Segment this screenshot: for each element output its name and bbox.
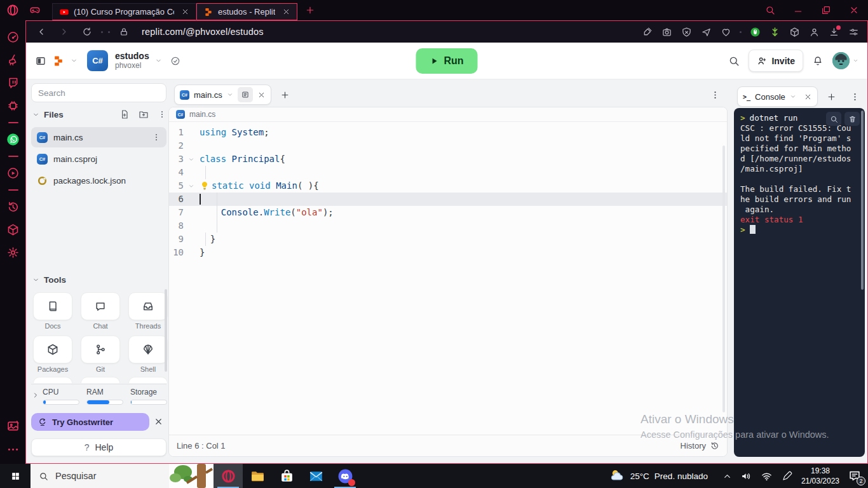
settings-icon[interactable] [6, 246, 20, 259]
tool-docs[interactable]: Docs [33, 292, 72, 330]
chevron-down-icon[interactable] [71, 57, 78, 64]
code-line[interactable]: 1using System; [169, 126, 727, 139]
code-line[interactable]: 9 } [169, 233, 727, 246]
wifi-icon[interactable] [761, 470, 773, 482]
history-icon[interactable] [6, 200, 20, 214]
scrollbar[interactable] [165, 289, 167, 372]
pen-icon[interactable] [781, 470, 793, 482]
browser-tab[interactable]: estudos - Replit [196, 3, 297, 20]
tab-close-icon[interactable] [282, 8, 290, 16]
taskbar-app-discord[interactable] [330, 464, 360, 488]
scrollbar[interactable] [722, 146, 725, 412]
taskbar-app-mail[interactable] [301, 464, 330, 488]
chevron-right-icon[interactable] [32, 391, 39, 399]
add-file-icon[interactable] [119, 109, 130, 119]
opera-menu-icon[interactable] [6, 4, 19, 17]
run-button[interactable]: Run [416, 48, 478, 74]
more-icon[interactable] [6, 443, 20, 456]
tab-close-icon[interactable] [181, 8, 189, 16]
start-button[interactable] [0, 464, 31, 488]
code-line[interactable]: 5static void Main( ){ [169, 179, 727, 193]
history-button[interactable]: History [681, 441, 719, 451]
code-line[interactable]: 2 [169, 139, 727, 152]
fold-chevron-icon[interactable] [188, 183, 194, 189]
notification-center-button[interactable]: 2 [848, 469, 863, 483]
new-tab-button[interactable] [305, 5, 315, 15]
snapshot-icon[interactable] [6, 419, 20, 433]
taskbar-app-explorer[interactable] [243, 464, 272, 488]
chevron-down-icon[interactable] [853, 58, 858, 64]
close-icon[interactable] [154, 417, 163, 426]
tool-shell[interactable]: Shell [128, 336, 168, 373]
close-icon[interactable] [804, 93, 812, 101]
kebab-menu-icon[interactable] [152, 133, 161, 142]
tools-section-header[interactable]: Tools [32, 275, 166, 285]
meter-ram[interactable]: RAM [86, 388, 123, 405]
plus-icon[interactable] [827, 92, 836, 102]
editor-tab-maincs[interactable]: C# main.cs [174, 85, 271, 105]
url[interactable]: replit.com/@phvoxel/estudos [142, 27, 264, 37]
tool-packages[interactable]: Packages [33, 336, 72, 373]
code-line[interactable]: 3class Principal{ [169, 152, 727, 166]
chevron-down-icon[interactable] [790, 93, 796, 100]
search-input[interactable] [31, 83, 166, 102]
replit-logo-icon[interactable] [52, 55, 65, 67]
kebab-menu-icon[interactable] [850, 92, 860, 102]
clock[interactable]: 19:38 21/03/2023 [801, 466, 839, 486]
boost-extension-icon[interactable] [770, 27, 780, 37]
window-minimize-button[interactable] [793, 5, 803, 15]
taskbar-search[interactable] [31, 464, 214, 488]
chevron-down-icon[interactable] [227, 92, 233, 98]
file-row-main.cs[interactable]: C#main.cs [31, 127, 166, 147]
close-icon[interactable] [257, 91, 266, 99]
fold-column[interactable] [188, 152, 197, 166]
code-line[interactable]: 6 [169, 193, 727, 206]
taskbar-search-input[interactable] [54, 470, 149, 482]
code-line[interactable]: 10} [169, 246, 727, 259]
files-section-header[interactable]: Files [32, 109, 166, 119]
window-search-icon[interactable] [765, 5, 775, 15]
code-line[interactable]: 4 [169, 166, 727, 179]
camera-icon[interactable] [661, 27, 672, 37]
taskbar-app-opera[interactable] [214, 464, 243, 488]
kebab-menu-icon[interactable] [710, 90, 720, 100]
twitch-icon[interactable] [6, 76, 20, 90]
console-clear-button[interactable] [844, 112, 860, 126]
tune-icon[interactable] [848, 27, 859, 37]
heart-icon[interactable] [721, 27, 731, 37]
send-icon[interactable] [701, 27, 712, 37]
bell-icon[interactable] [812, 55, 824, 67]
taskbar-app-store[interactable] [272, 464, 301, 488]
shield-off-icon[interactable] [681, 27, 692, 37]
code-line[interactable]: 8 [169, 219, 727, 233]
extensions-icon[interactable] [6, 223, 20, 236]
browser-tab[interactable]: (10) Curso Programação Co [52, 3, 196, 20]
lock-icon[interactable] [119, 27, 129, 37]
breadcrumb[interactable]: C# main.cs [169, 107, 727, 122]
tool-chat[interactable]: Chat [81, 292, 120, 330]
file-layout-button[interactable] [238, 87, 253, 102]
ghostwriter-button[interactable]: Try Ghostwriter [31, 413, 149, 431]
search-icon[interactable] [728, 55, 740, 67]
meter-storage[interactable]: Storage [130, 388, 167, 405]
mouse-extension-icon[interactable] [750, 27, 761, 37]
volume-icon[interactable] [740, 470, 752, 482]
tool-threads[interactable]: Threads [128, 292, 168, 330]
weather-widget[interactable]: 25°C Pred. nublado [609, 468, 708, 484]
project-names[interactable]: estudos phvoxel [115, 51, 149, 70]
cube-icon[interactable] [789, 27, 800, 37]
lightbulb-icon[interactable] [200, 180, 210, 191]
speed-dial-icon[interactable] [6, 30, 20, 44]
kebab-menu-icon[interactable] [158, 110, 166, 119]
panel-toggle-icon[interactable] [35, 55, 46, 67]
gx-corner-icon[interactable] [28, 4, 42, 16]
back-icon[interactable] [36, 27, 46, 37]
gx-control-icon[interactable] [6, 99, 20, 112]
code-line[interactable]: 7 Console.Write("ola"); [169, 206, 727, 219]
meter-cpu[interactable]: CPU [43, 388, 79, 405]
tool-git[interactable]: Git [81, 336, 120, 373]
file-row-packages.lock.json[interactable]: packages.lock.json [31, 170, 166, 191]
whatsapp-icon[interactable] [6, 133, 20, 146]
console-output[interactable]: >dotnet runCSC : error CS1555: Could not… [734, 108, 865, 457]
plus-icon[interactable] [280, 90, 290, 100]
